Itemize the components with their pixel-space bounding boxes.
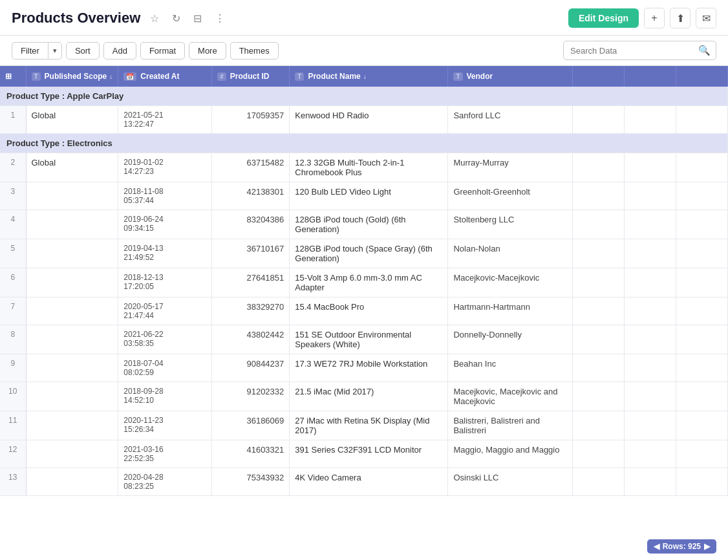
- table-row[interactable]: 82021-06-22 03:58:3543802442151 SE Outdo…: [0, 325, 728, 354]
- cell-extra: [676, 268, 727, 297]
- cell-published-scope: [26, 239, 118, 268]
- row-number: 10: [0, 382, 26, 411]
- table-row[interactable]: 122021-03-16 22:52:3541603321391 Series …: [0, 440, 728, 468]
- cell-published-scope: Global: [26, 153, 118, 182]
- cell-product-id: 41603321: [212, 440, 290, 468]
- cell-product-id: 90844237: [212, 354, 290, 382]
- th-vendor[interactable]: T Vendor: [448, 66, 573, 87]
- cell-vendor: Macejkovic, Macejkovic and Macejkovic: [448, 382, 573, 411]
- cell-vendor: Murray-Murray: [448, 153, 573, 182]
- cell-product-id: 38329270: [212, 297, 290, 325]
- th-checkbox: ⊞: [0, 66, 26, 87]
- cell-extra: [572, 239, 624, 268]
- cell-created-at: 2018-11-08 05:37:44: [118, 182, 212, 210]
- toolbar-left: Filter ▾ Sort Add Format More Themes: [12, 42, 279, 59]
- cell-extra: [572, 440, 624, 468]
- table-row[interactable]: 112020-11-23 15:26:343618606927 iMac wit…: [0, 411, 728, 440]
- refresh-icon[interactable]: ↻: [169, 10, 184, 27]
- add-button[interactable]: Add: [103, 42, 136, 59]
- more-options-icon[interactable]: ⋮: [211, 10, 228, 27]
- cell-product-name: 128GB iPod touch (Space Gray) (6th Gener…: [290, 239, 448, 268]
- rows-arrow-left[interactable]: ◀: [654, 542, 659, 551]
- cell-created-at: 2020-11-23 15:26:34: [118, 411, 212, 440]
- table-row[interactable]: 72020-05-17 21:47:443832927015.4 MacBook…: [0, 297, 728, 325]
- table-row[interactable]: 32018-11-08 05:37:4442138301120 Bulb LED…: [0, 182, 728, 210]
- save-icon[interactable]: ⊟: [190, 10, 205, 27]
- row-number: 8: [0, 325, 26, 354]
- search-icon[interactable]: 🔍: [693, 41, 716, 59]
- cell-extra: [624, 325, 676, 354]
- row-number: 11: [0, 411, 26, 440]
- cell-created-at: 2019-04-13 21:49:52: [118, 239, 212, 268]
- add-icon[interactable]: +: [644, 8, 665, 28]
- th-extra2: [624, 66, 676, 87]
- cell-extra: [624, 239, 676, 268]
- cell-extra: [572, 182, 624, 210]
- th-created-at[interactable]: 📅 Created At: [118, 66, 212, 87]
- cell-extra: [624, 440, 676, 468]
- table-row[interactable]: 2Global2019-01-02 14:27:236371548212.3 3…: [0, 153, 728, 182]
- cell-vendor: Osinski LLC: [448, 468, 573, 496]
- cell-product-id: 42138301: [212, 182, 290, 210]
- cell-created-at: 2018-07-04 08:02:59: [118, 354, 212, 382]
- mail-icon[interactable]: ✉: [696, 8, 716, 28]
- cell-product-id: 17059357: [212, 106, 290, 134]
- star-icon[interactable]: ☆: [147, 10, 162, 27]
- row-number: 3: [0, 182, 26, 210]
- cell-vendor: Macejkovic-Macejkovic: [448, 268, 573, 297]
- th-product-id[interactable]: # Product ID: [212, 66, 290, 87]
- row-number: 13: [0, 468, 26, 496]
- cell-published-scope: [26, 325, 118, 354]
- cell-product-name: 120 Bulb LED Video Light: [290, 182, 448, 210]
- rows-arrow-right[interactable]: ▶: [704, 542, 710, 551]
- sort-arrow-productname: ↓: [363, 73, 367, 80]
- table-row[interactable]: 92018-07-04 08:02:599084423717.3 WE72 7R…: [0, 354, 728, 382]
- cell-extra: [624, 297, 676, 325]
- share-icon[interactable]: ⬆: [670, 8, 691, 28]
- group-label: Product Type : Apple CarPlay: [0, 87, 728, 106]
- table-row[interactable]: 1Global2021-05-21 13:22:4717059357Kenwoo…: [0, 106, 728, 134]
- sort-button[interactable]: Sort: [66, 42, 100, 59]
- table-row[interactable]: 132020-04-28 08:23:25753439324K Video Ca…: [0, 468, 728, 496]
- cell-extra: [676, 153, 727, 182]
- filter-button[interactable]: Filter: [12, 42, 48, 59]
- cell-extra: [676, 210, 727, 239]
- th-product-name[interactable]: T Product Name ↓: [290, 66, 448, 87]
- table-row[interactable]: 52019-04-13 21:49:5236710167128GB iPod t…: [0, 239, 728, 268]
- cell-extra: [624, 153, 676, 182]
- cell-extra: [676, 106, 727, 134]
- format-button[interactable]: Format: [140, 42, 185, 59]
- cell-extra: [624, 468, 676, 496]
- table-row[interactable]: 102018-09-28 14:52:109120233221.5 iMac (…: [0, 382, 728, 411]
- cell-product-name: 128GB iPod touch (Gold) (6th Generation): [290, 210, 448, 239]
- cell-vendor: Greenholt-Greenholt: [448, 182, 573, 210]
- th-published-scope[interactable]: T Published Scope ↓: [26, 66, 118, 87]
- cell-extra: [624, 354, 676, 382]
- th-type-icon-productname: T: [295, 72, 304, 81]
- more-button[interactable]: More: [189, 42, 226, 59]
- cell-extra: [624, 210, 676, 239]
- table-row[interactable]: 42019-06-24 09:34:1583204386128GB iPod t…: [0, 210, 728, 239]
- cell-extra: [676, 468, 727, 496]
- group-row: Product Type : Apple CarPlay: [0, 87, 728, 106]
- cell-created-at: 2018-09-28 14:52:10: [118, 382, 212, 411]
- cell-product-id: 27641851: [212, 268, 290, 297]
- cell-extra: [676, 440, 727, 468]
- app-header: Products Overview ☆ ↻ ⊟ ⋮ Edit Design + …: [0, 0, 728, 36]
- cell-vendor: Stoltenberg LLC: [448, 210, 573, 239]
- th-type-icon-productid: #: [217, 72, 226, 81]
- filter-dropdown-button[interactable]: ▾: [48, 42, 62, 59]
- edit-design-button[interactable]: Edit Design: [568, 8, 639, 28]
- header-right: Edit Design + ⬆ ✉: [568, 8, 716, 28]
- row-number: 7: [0, 297, 26, 325]
- th-type-icon-published: T: [32, 72, 41, 81]
- themes-button[interactable]: Themes: [230, 42, 279, 59]
- search-input[interactable]: [564, 42, 693, 59]
- header-left: Products Overview ☆ ↻ ⊟ ⋮: [12, 10, 228, 27]
- page-title: Products Overview: [12, 10, 140, 27]
- cell-product-name: 4K Video Camera: [290, 468, 448, 496]
- cell-published-scope: [26, 468, 118, 496]
- table-row[interactable]: 62018-12-13 17:20:052764185115-Volt 3 Am…: [0, 268, 728, 297]
- cell-vendor: Maggio, Maggio and Maggio: [448, 440, 573, 468]
- cell-vendor: Nolan-Nolan: [448, 239, 573, 268]
